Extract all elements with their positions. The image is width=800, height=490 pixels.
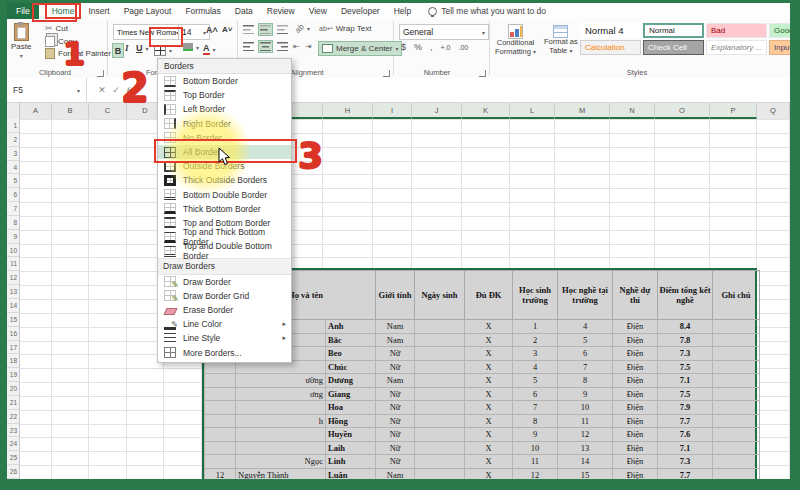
name-box[interactable]: F5 ▾ bbox=[7, 78, 87, 102]
row-header-15[interactable]: 15 bbox=[7, 313, 19, 327]
number-dialog-launcher[interactable] bbox=[479, 70, 486, 77]
row-header-13[interactable]: 13 bbox=[7, 285, 19, 299]
menu-item-line-color[interactable]: Line Color▸ bbox=[158, 317, 291, 331]
tab-file[interactable]: File bbox=[7, 3, 39, 19]
style-good[interactable]: Good bbox=[769, 23, 790, 38]
row-header-19[interactable]: 19 bbox=[7, 368, 19, 382]
grow-font-button[interactable]: A˄ bbox=[206, 25, 218, 35]
tab-home[interactable]: Home bbox=[45, 3, 82, 19]
row-header-1[interactable]: 1 bbox=[7, 119, 19, 133]
align-left-button[interactable] bbox=[243, 42, 254, 51]
increase-decimal-button[interactable]: +.0 bbox=[441, 44, 451, 51]
tab-page-layout[interactable]: Page Layout bbox=[117, 3, 179, 19]
fill-color-button[interactable]: ▾ bbox=[183, 43, 199, 51]
font-color-button[interactable]: A▾ bbox=[203, 43, 216, 55]
column-header-O[interactable]: O bbox=[655, 103, 710, 119]
column-header-H[interactable]: H bbox=[323, 103, 373, 119]
row-header-16[interactable]: 16 bbox=[7, 327, 19, 341]
row-header-6[interactable]: 6 bbox=[7, 188, 19, 202]
align-center-button[interactable] bbox=[259, 41, 272, 52]
menu-item-thick-outside-borders[interactable]: Thick Outside Borders bbox=[158, 173, 291, 187]
tell-me-box[interactable]: Tell me what you want to do bbox=[441, 6, 546, 16]
wrap-text-button[interactable]: ab↩Wrap Text bbox=[319, 24, 371, 33]
row-header-12[interactable]: 12 bbox=[7, 271, 19, 285]
row-header-9[interactable]: 9 bbox=[7, 230, 19, 244]
menu-item-line-style[interactable]: Line Style▸ bbox=[158, 331, 291, 345]
column-header-N[interactable]: N bbox=[610, 103, 655, 119]
style-calculation[interactable]: Calculation bbox=[580, 40, 641, 55]
tab-view[interactable]: View bbox=[302, 3, 334, 19]
menu-item-top-border[interactable]: Top Border bbox=[158, 88, 291, 102]
row-header-7[interactable]: 7 bbox=[7, 202, 19, 216]
style-normal[interactable]: Normal bbox=[643, 23, 704, 38]
style-check[interactable]: Check Cell bbox=[643, 40, 704, 55]
column-header-K[interactable]: K bbox=[462, 103, 510, 119]
style-bad[interactable]: Bad bbox=[706, 23, 767, 38]
menu-item-more-borders-[interactable]: More Borders... bbox=[158, 346, 291, 360]
tab-data[interactable]: Data bbox=[228, 3, 260, 19]
style-explanatory[interactable]: Explanatory ... bbox=[706, 40, 767, 55]
menu-item-bottom-border[interactable]: Bottom Border bbox=[158, 74, 291, 88]
font-name-select[interactable]: Times New Roman▾ bbox=[113, 24, 183, 40]
percent-style-button[interactable]: % bbox=[414, 42, 422, 52]
column-header-M[interactable]: M bbox=[555, 103, 610, 119]
italic-button[interactable]: I bbox=[125, 43, 129, 53]
menu-item-erase-border[interactable]: Erase Border bbox=[158, 303, 291, 317]
shrink-font-button[interactable]: A˅ bbox=[222, 25, 232, 34]
number-format-select[interactable]: General▾ bbox=[399, 24, 489, 40]
menu-item-thick-bottom-border[interactable]: Thick Bottom Border bbox=[158, 202, 291, 216]
row-header-4[interactable]: 4 bbox=[7, 161, 19, 175]
column-header-L[interactable]: L bbox=[510, 103, 555, 119]
row-header-11[interactable]: 11 bbox=[7, 257, 19, 271]
row-header-17[interactable]: 17 bbox=[7, 341, 19, 355]
row-header-21[interactable]: 21 bbox=[7, 396, 19, 410]
style-normal4[interactable]: Normal 4 bbox=[580, 23, 641, 38]
merge-center-button[interactable]: Merge & Center▾ bbox=[318, 41, 402, 56]
underline-button[interactable]: U▾ bbox=[136, 43, 149, 53]
style-input[interactable]: Input bbox=[769, 40, 790, 55]
column-header-J[interactable]: J bbox=[412, 103, 462, 119]
orientation-button[interactable]: ab▾ bbox=[295, 24, 310, 33]
menu-item-draw-border[interactable]: Draw Border bbox=[158, 275, 291, 289]
conditional-formatting-button[interactable]: ConditionalFormatting ▾ bbox=[495, 24, 536, 56]
select-all-corner[interactable] bbox=[7, 103, 20, 119]
row-header-25[interactable]: 25 bbox=[7, 451, 19, 465]
align-right-button[interactable] bbox=[277, 42, 288, 51]
column-header-A[interactable]: A bbox=[20, 103, 52, 119]
paste-button[interactable]: Paste ▾ bbox=[11, 23, 31, 59]
tab-review[interactable]: Review bbox=[260, 3, 302, 19]
row-header-20[interactable]: 20 bbox=[7, 382, 19, 396]
align-top-button[interactable] bbox=[243, 25, 254, 34]
menu-item-no-border[interactable]: No Border bbox=[158, 131, 291, 145]
increase-indent-button[interactable]: ⇥ bbox=[305, 42, 312, 51]
row-header-10[interactable]: 10 bbox=[7, 244, 19, 258]
borders-button[interactable]: ▾ bbox=[154, 45, 172, 56]
align-bottom-button[interactable] bbox=[277, 25, 288, 34]
align-middle-button[interactable] bbox=[259, 24, 272, 35]
tab-formulas[interactable]: Formulas bbox=[178, 3, 227, 19]
cut-button[interactable]: ✂ Cut bbox=[45, 24, 68, 33]
tab-help[interactable]: Help bbox=[387, 3, 418, 19]
format-as-table-button[interactable]: Format asTable ▾ bbox=[544, 25, 578, 55]
decrease-decimal-button[interactable]: .00 bbox=[458, 44, 468, 51]
menu-item-top-and-double-bottom-border[interactable]: Top and Double Bottom Border bbox=[158, 244, 291, 258]
row-header-14[interactable]: 14 bbox=[7, 299, 19, 313]
column-header-I[interactable]: I bbox=[373, 103, 412, 119]
menu-item-bottom-double-border[interactable]: Bottom Double Border bbox=[158, 188, 291, 202]
alignment-dialog-launcher[interactable] bbox=[383, 70, 390, 77]
menu-item-draw-border-grid[interactable]: Draw Border Grid bbox=[158, 289, 291, 303]
menu-item-left-border[interactable]: Left Border bbox=[158, 102, 291, 116]
cancel-button[interactable]: ✕ bbox=[95, 85, 109, 95]
row-header-24[interactable]: 24 bbox=[7, 437, 19, 451]
row-header-3[interactable]: 3 bbox=[7, 147, 19, 161]
menu-item-right-border[interactable]: Right Border bbox=[158, 117, 291, 131]
tab-developer[interactable]: Developer bbox=[334, 3, 387, 19]
column-header-P[interactable]: P bbox=[710, 103, 757, 119]
row-header-8[interactable]: 8 bbox=[7, 216, 19, 230]
bold-button[interactable]: B bbox=[112, 43, 124, 58]
clipboard-dialog-launcher[interactable] bbox=[97, 70, 104, 77]
row-header-26[interactable]: 26 bbox=[7, 465, 19, 479]
row-header-5[interactable]: 5 bbox=[7, 174, 19, 188]
tab-insert[interactable]: Insert bbox=[81, 3, 116, 19]
comma-style-button[interactable]: , bbox=[430, 42, 433, 52]
